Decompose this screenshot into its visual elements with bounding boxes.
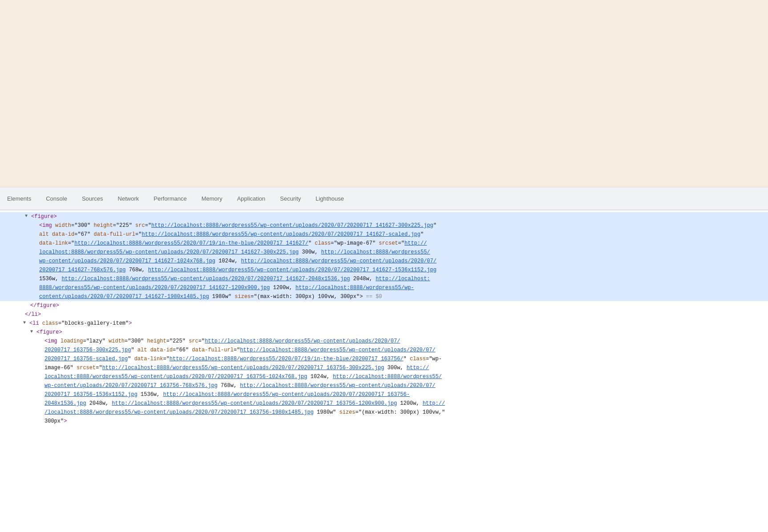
dom-li-open-second[interactable]: ▼ <li class="blocks-gallery-item"> <box>0 319 768 328</box>
dom-figure-close[interactable]: </figure> <box>0 301 768 310</box>
dom-li-close[interactable]: </li> <box>0 310 768 319</box>
tab-security[interactable]: Security <box>273 187 308 210</box>
img2-srcset-11[interactable]: http:// <box>423 400 445 407</box>
tab-sources[interactable]: Sources <box>75 187 111 210</box>
dom-img-line5[interactable]: wp-content/uploads/2020/07/20200717_1416… <box>0 257 768 266</box>
srcset-link-11[interactable]: http://localhost:8888/wordpress55/wp- <box>295 285 414 291</box>
dom-img-line3[interactable]: data-link="http://localhost:8888/wordpre… <box>0 239 768 248</box>
img2-srcset-8[interactable]: http://localhost:8888/wordpress55/wp-con… <box>163 391 410 398</box>
dom-figure-open[interactable]: ▼ <figure> <box>0 212 768 221</box>
img2-fullurl-link[interactable]: http://localhost:8888/wordpress55/wp-con… <box>240 347 435 353</box>
img2-srcset-1[interactable]: http://localhost:8888/wordpress55/wp-con… <box>102 365 384 371</box>
srcset-link-4[interactable]: wp-content/uploads/2020/07/20200717_1416… <box>39 258 215 264</box>
page-preview <box>0 0 768 187</box>
srcset-link-5[interactable]: http://localhost:8888/wordpress55/wp-con… <box>241 258 437 264</box>
dom-img2-line3[interactable]: 20200717_163756-scaled.jpg" data-link="h… <box>0 355 768 363</box>
srcset-link-8[interactable]: http://localhost:8888/wordpress55/wp-con… <box>61 276 350 282</box>
dom-img-line6[interactable]: 20200717_141627-768x576.jpg 768w, http:/… <box>0 266 768 274</box>
img2-srcset-10[interactable]: http://localhost:8888/wordpress55/wp-con… <box>112 400 397 407</box>
srcset-link-1[interactable]: http:// <box>404 240 427 246</box>
tab-performance[interactable]: Performance <box>146 187 194 210</box>
data-full-url-link[interactable]: http://localhost:8888/wordpress55/wp-con… <box>141 231 420 238</box>
dom-img2-line8[interactable]: 2048x1536.jpg 2048w, http://localhost:88… <box>0 399 768 408</box>
tab-lighthouse[interactable]: Lighthouse <box>308 187 352 210</box>
dom-img-line8[interactable]: 8888/wordpress55/wp-content/uploads/2020… <box>0 283 768 292</box>
img2-fullurl-link-2[interactable]: 20200717_163756-scaled.jpg <box>44 356 128 362</box>
devtools-toolbar: Elements Console Sources Network Perform… <box>0 187 768 210</box>
toggle-arrow-3[interactable]: ▼ <box>30 328 36 335</box>
img2-src-link[interactable]: http://localhost:8888/wordpress55/wp-con… <box>205 338 400 344</box>
srcset-link-6[interactable]: 20200717_141627-768x576.jpg <box>39 267 125 273</box>
dom-img2-line6[interactable]: wp-content/uploads/2020/07/20200717_1637… <box>0 381 768 390</box>
dom-img-line1[interactable]: <img width="300" height="225" src="http:… <box>0 221 768 230</box>
srcset-link-10[interactable]: 8888/wordpress55/wp-content/uploads/2020… <box>39 285 270 291</box>
img2-srcset-5[interactable]: wp-content/uploads/2020/07/20200717_1637… <box>44 383 218 389</box>
img2-srcset-3[interactable]: localhost:8888/wordpress55/wp-content/up… <box>44 374 307 380</box>
srcset-link-2[interactable]: localhost:8888/wordpress55/wp-content/up… <box>39 249 299 255</box>
tab-application[interactable]: Application <box>230 187 273 210</box>
dom-img-line7[interactable]: 1536w, http://localhost:8888/wordpress55… <box>0 274 768 283</box>
toggle-arrow[interactable]: ▼ <box>25 213 31 219</box>
dom-img2-line4[interactable]: image-66" srcset="http://localhost:8888/… <box>0 363 768 372</box>
dom-img2-line7[interactable]: 20200717_163756-1536x1152.jpg 1536w, htt… <box>0 390 768 399</box>
data-link-link[interactable]: http://localhost:8888/wordpress55/2020/0… <box>74 240 308 246</box>
img2-srcset-4[interactable]: http://localhost:8888/wordpress55/ <box>333 374 442 380</box>
img2-srcset-12[interactable]: /localhost:8888/wordpress55/wp-content/u… <box>44 409 314 415</box>
dom-img-line9[interactable]: content/uploads/2020/07/20200717_141627-… <box>0 292 768 301</box>
dom-img2-line2[interactable]: 20200717_163756-300x225.jpg" alt data-id… <box>0 346 768 355</box>
tab-console[interactable]: Console <box>39 187 75 210</box>
img2-srcset-7[interactable]: 20200717_163756-1536x1152.jpg <box>44 391 137 398</box>
dom-figure-open-second[interactable]: ▼ <figure> <box>0 328 768 337</box>
dom-img-line4[interactable]: localhost:8888/wordpress55/wp-content/up… <box>0 248 768 257</box>
dom-panel[interactable]: ▼ <figure> <img width="300" height="225"… <box>0 210 768 532</box>
srcset-link-7[interactable]: http://localhost:8888/wordpress55/wp-con… <box>148 267 437 273</box>
tab-elements[interactable]: Elements <box>0 187 39 210</box>
dom-img2-line5[interactable]: localhost:8888/wordpress55/wp-content/up… <box>0 372 768 381</box>
img2-src-link-2[interactable]: 20200717_163756-300x225.jpg <box>44 347 131 353</box>
img2-srcset-9[interactable]: 2048x1536.jpg <box>44 400 86 407</box>
dom-img2-line10[interactable]: 300px"> <box>0 417 768 426</box>
img2-srcset-2[interactable]: http:// <box>407 365 429 371</box>
img2-srcset-6[interactable]: http://localhost:8888/wordpress55/wp-con… <box>240 383 435 389</box>
toggle-arrow-2[interactable]: ▼ <box>23 319 29 326</box>
img-src-link[interactable]: http://localhost:8888/wordpress55/wp-con… <box>151 222 433 229</box>
dom-img-line2[interactable]: alt data-id="67" data-full-url="http://l… <box>0 230 768 239</box>
srcset-link-9[interactable]: http://localhost: <box>376 276 430 282</box>
srcset-link-12[interactable]: content/uploads/2020/07/20200717_141627-… <box>39 294 209 300</box>
img2-datalink[interactable]: http://localhost:8888/wordpress55/2020/0… <box>170 356 404 362</box>
dom-img2-line9[interactable]: /localhost:8888/wordpress55/wp-content/u… <box>0 408 768 417</box>
tab-memory[interactable]: Memory <box>194 187 230 210</box>
srcset-link-3[interactable]: http://localhost:8888/wordpress55/ <box>321 249 430 255</box>
tab-network[interactable]: Network <box>111 187 147 210</box>
dom-img2-line1[interactable]: <img loading="lazy" width="300" height="… <box>0 337 768 346</box>
